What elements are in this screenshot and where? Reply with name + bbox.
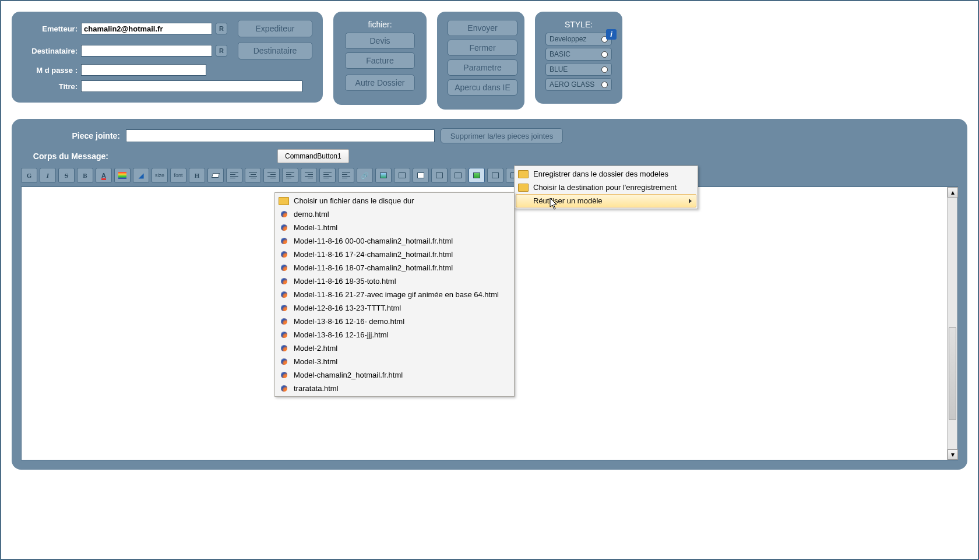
html-icon <box>277 209 290 220</box>
submenu-item[interactable]: Choisir un fichier dans le disque dur <box>276 194 513 207</box>
submenu-item[interactable]: Model-13-8-16 12-16-jjj.html <box>276 328 513 341</box>
menu-item-label: Réutiliser un modèle <box>533 196 689 205</box>
blank-icon <box>517 196 530 206</box>
submenu-item[interactable]: Model-11-8-16 17-24-chamalin2_hotmail.fr… <box>276 248 513 261</box>
submenu-item-label: Model-13-8-16 12-16- demo.html <box>294 317 508 326</box>
delete-attachment-button[interactable]: Supprimer la/les pieces jointes <box>441 128 563 143</box>
align-right-button[interactable] <box>263 168 280 183</box>
submenu-item[interactable]: Model-11-8-16 00-00-chamalin2_hotmail.fr… <box>276 234 513 248</box>
info-icon[interactable]: i <box>606 29 617 40</box>
scroll-up-button[interactable]: ▴ <box>948 187 958 198</box>
destinataire-r-button[interactable]: R <box>216 45 227 57</box>
password-input[interactable] <box>81 64 206 76</box>
html-icon <box>277 343 290 354</box>
radio-icon <box>601 51 608 58</box>
facture-button[interactable]: Facture <box>345 52 415 69</box>
html-icon <box>277 316 290 327</box>
reuse-model-submenu: Choisir un fichier dans le disque durdem… <box>274 192 515 397</box>
menu-item[interactable]: Choisir la destination pour l'enregistre… <box>516 181 696 194</box>
submenu-item[interactable]: Model-11-8-16 21-27-avec image gif animé… <box>276 288 513 301</box>
eraser-button[interactable] <box>207 168 224 183</box>
submenu-item-label: Model-11-8-16 00-00-chamalin2_hotmail.fr… <box>294 237 508 245</box>
italic-button[interactable]: I <box>40 168 56 183</box>
submenu-item[interactable]: traratata.html <box>276 382 513 395</box>
heading-button[interactable]: H <box>189 168 205 183</box>
insert-image-button[interactable] <box>375 168 392 183</box>
highlight-color-button[interactable] <box>114 168 131 183</box>
submenu-item[interactable]: Model-13-8-16 12-16- demo.html <box>276 315 513 328</box>
editor-toolbar: GISBA◢sizefontH🔗 <box>21 168 958 183</box>
style-developpez[interactable]: Developpez <box>545 33 612 45</box>
attachment-input[interactable] <box>126 129 435 142</box>
submenu-item-label: traratata.html <box>294 384 508 393</box>
extra1-button[interactable] <box>487 168 503 183</box>
apercu-button[interactable]: Apercu dans IE <box>448 79 517 96</box>
insert-link-button[interactable]: 🔗 <box>357 168 373 183</box>
submenu-item[interactable]: Model-3.html <box>276 355 513 368</box>
submenu-item-label: Model-11-8-16 18-07-chamalin2_hotmail.fr… <box>294 263 508 272</box>
html-icon <box>277 370 290 381</box>
indent-decrease-button[interactable] <box>282 168 298 183</box>
html-icon <box>277 236 290 246</box>
fermer-button[interactable]: Fermer <box>448 40 517 56</box>
scroll-thumb[interactable] <box>949 327 956 420</box>
submenu-item[interactable]: Model-1.html <box>276 221 513 234</box>
font-size-button[interactable]: size <box>152 168 168 183</box>
submenu-item-label: Model-12-8-16 13-23-TTTT.html <box>294 304 508 312</box>
submenu-item[interactable]: Model-2.html <box>276 341 513 355</box>
command-button-1[interactable]: CommandButton1 <box>277 149 349 163</box>
parametre-button[interactable]: Parametre <box>448 59 517 76</box>
emetteur-r-button[interactable]: R <box>216 23 227 34</box>
list-bullet-button[interactable] <box>319 168 336 183</box>
align-center-button[interactable] <box>245 168 261 183</box>
bold-b-button[interactable]: B <box>77 168 93 183</box>
sender-panel: Emetteur: R Expediteur Destinataire: R D… <box>12 12 323 103</box>
submenu-item-label: Model-3.html <box>294 357 508 366</box>
insert-rect1-button[interactable] <box>394 168 410 183</box>
strike-button[interactable]: S <box>58 168 75 183</box>
label-passe: M d passe : <box>22 66 78 75</box>
submenu-item[interactable]: demo.html <box>276 207 513 221</box>
scroll-down-button[interactable]: ▾ <box>948 449 958 460</box>
submenu-item-label: Model-2.html <box>294 344 508 353</box>
menu-item[interactable]: Réutiliser un modèle <box>516 194 696 207</box>
style-aero-glass[interactable]: AERO GLASS <box>545 78 612 91</box>
insert-table-button[interactable] <box>413 168 429 183</box>
insert-rect2-button[interactable] <box>431 168 448 183</box>
indent-increase-button[interactable] <box>301 168 317 183</box>
destinataire-button[interactable]: Destinataire <box>238 42 312 59</box>
submenu-item[interactable]: Model-chamalin2_hotmail.fr.html <box>276 368 513 382</box>
style-basic[interactable]: BASIC <box>545 48 612 61</box>
titre-input[interactable] <box>81 80 302 92</box>
menu-item[interactable]: Enregistrer dans le dossier des modeles <box>516 167 696 181</box>
submenu-item-label: Choisir un fichier dans le disque dur <box>294 196 508 205</box>
bold-g-button[interactable]: G <box>21 168 37 183</box>
envoyer-button[interactable]: Envoyer <box>448 20 517 36</box>
align-left-button[interactable] <box>226 168 242 183</box>
font-family-button[interactable]: font <box>170 168 186 183</box>
devis-button[interactable]: Devis <box>345 33 415 49</box>
destinataire-input[interactable] <box>81 45 212 57</box>
submenu-item[interactable]: Model-12-8-16 13-23-TTTT.html <box>276 301 513 315</box>
autre-dossier-button[interactable]: Autre Dossier <box>345 75 415 91</box>
insert-rect3-button[interactable] <box>450 168 466 183</box>
font-color-a-button[interactable]: A <box>96 168 112 183</box>
emetteur-input[interactable] <box>81 23 212 34</box>
submenu-item-label: Model-11-8-16 21-27-avec image gif animé… <box>294 290 508 299</box>
style-title: STYLE: <box>545 20 612 29</box>
submenu-arrow-icon <box>689 199 692 203</box>
submenu-item[interactable]: Model-11-8-16 18-07-chamalin2_hotmail.fr… <box>276 261 513 274</box>
label-titre: Titre: <box>22 82 78 91</box>
menu-item-label: Enregistrer dans le dossier des modeles <box>533 170 692 178</box>
submenu-item[interactable]: Model-11-8-16 18-35-toto.html <box>276 274 513 288</box>
list-number-button[interactable] <box>338 168 354 183</box>
save-template-button[interactable] <box>469 168 485 183</box>
vertical-scrollbar[interactable]: ▴ ▾ <box>947 187 957 460</box>
html-icon <box>277 223 290 233</box>
radio-icon <box>601 82 608 88</box>
submenu-item-label: Model-chamalin2_hotmail.fr.html <box>294 371 508 379</box>
expediteur-button[interactable]: Expediteur <box>238 20 312 37</box>
direction-button[interactable]: ◢ <box>133 168 149 183</box>
style-blue[interactable]: BLUE <box>545 63 612 76</box>
html-icon <box>277 276 290 287</box>
